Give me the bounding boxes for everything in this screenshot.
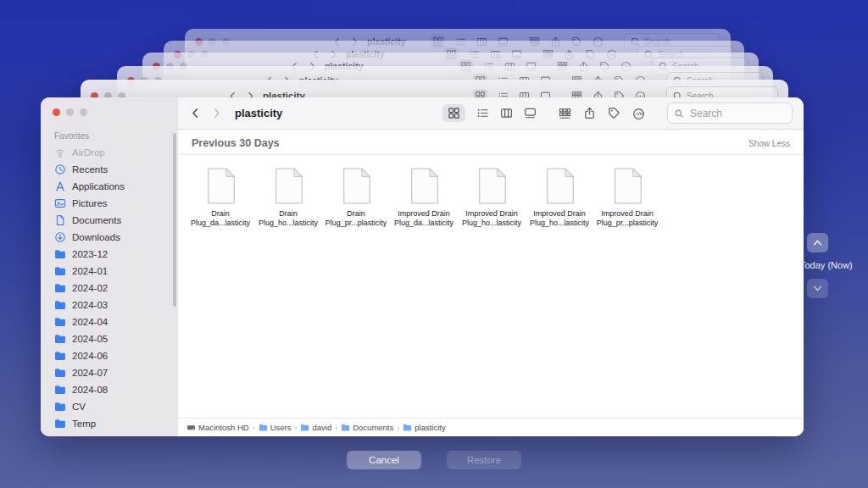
sidebar-item-2024-07[interactable]: 2024-07 xyxy=(51,364,178,381)
file-item[interactable]: DrainPlug_da...lasticity xyxy=(186,167,254,228)
file-icon xyxy=(612,167,643,205)
folder-icon xyxy=(54,265,66,277)
file-item[interactable]: DrainPlug_pr...plasticity xyxy=(322,167,390,228)
sidebar-section-favorites: Favorites xyxy=(54,131,178,141)
sidebar-item-recents[interactable]: Recents xyxy=(51,161,178,178)
path-item-david[interactable]: david xyxy=(300,423,331,432)
path-item-users[interactable]: Users xyxy=(259,423,292,432)
applications-icon xyxy=(54,180,66,192)
folder-icon xyxy=(54,282,66,294)
file-item[interactable]: Improved DrainPlug_ho...lasticity xyxy=(458,167,526,228)
path-separator: › xyxy=(294,424,297,432)
path-separator: › xyxy=(397,424,399,432)
downloads-icon xyxy=(54,231,66,243)
window-title: plasticity xyxy=(235,107,282,119)
list-view-button[interactable] xyxy=(476,107,489,119)
path-separator: › xyxy=(335,424,337,432)
disk-icon xyxy=(186,423,196,432)
sidebar-item-documents[interactable]: Documents xyxy=(51,212,178,229)
grid-view-button[interactable] xyxy=(442,104,465,122)
chevron-up-icon xyxy=(812,237,823,248)
file-item[interactable]: Improved DrainPlug_ho...lasticity xyxy=(526,167,593,228)
path-item-macintosh-hd[interactable]: Macintosh HD xyxy=(186,423,249,432)
toolbar: plasticity xyxy=(178,97,804,130)
search-field[interactable] xyxy=(667,103,793,124)
sidebar-item-2024-02[interactable]: 2024-02 xyxy=(51,280,178,297)
folder-icon xyxy=(403,423,412,432)
timeline-navigation: Today (Now) xyxy=(800,233,861,298)
sidebar-item-2024-01[interactable]: 2024-01 xyxy=(51,263,178,280)
file-browser-content: Previous 30 Days Show Less DrainPlug_da.… xyxy=(178,130,804,418)
share-button[interactable] xyxy=(583,107,596,119)
sidebar-scrollbar[interactable] xyxy=(173,133,176,307)
show-less-button[interactable]: Show Less xyxy=(748,139,790,148)
search-icon xyxy=(674,108,684,119)
folder-icon xyxy=(341,423,350,432)
tag-button[interactable] xyxy=(608,107,620,119)
zoom-button[interactable] xyxy=(80,108,87,116)
folder-icon xyxy=(300,423,309,432)
file-icon xyxy=(341,167,372,205)
file-item[interactable]: Improved DrainPlug_da...lasticity xyxy=(390,167,458,228)
pictures-icon xyxy=(54,197,66,209)
sidebar-item-temp[interactable]: Temp xyxy=(51,415,178,432)
folder-icon xyxy=(54,350,66,362)
timeline-down-button[interactable] xyxy=(807,279,828,298)
cancel-button[interactable]: Cancel xyxy=(347,451,421,469)
group-button[interactable] xyxy=(559,106,571,121)
clock-icon xyxy=(54,164,66,175)
minimize-button[interactable] xyxy=(66,108,74,116)
sidebar-item-downloads[interactable]: Downloads xyxy=(51,229,178,246)
folder-icon xyxy=(54,299,66,311)
folder-icon xyxy=(54,401,66,413)
file-icon xyxy=(205,167,236,205)
finder-window: Favorites AirDrop Recents Applications P… xyxy=(41,97,804,436)
path-separator: › xyxy=(253,424,255,432)
chevron-down-icon xyxy=(638,110,645,117)
sidebar-item-cv[interactable]: CV xyxy=(51,398,178,415)
back-button[interactable] xyxy=(189,107,202,119)
sidebar-item-krakowa[interactable]: Krakowa xyxy=(51,432,178,436)
file-item[interactable]: DrainPlug_ho...lasticity xyxy=(254,167,322,228)
column-view-button[interactable] xyxy=(500,107,513,119)
folder-icon xyxy=(54,248,66,260)
sidebar: Favorites AirDrop Recents Applications P… xyxy=(41,97,179,436)
more-button[interactable] xyxy=(632,106,645,121)
file-icon xyxy=(273,167,304,205)
folder-icon xyxy=(54,316,66,328)
close-button[interactable] xyxy=(53,108,60,116)
window-controls[interactable] xyxy=(53,108,87,116)
file-icon xyxy=(409,167,440,205)
timeline-up-button[interactable] xyxy=(807,233,828,252)
document-icon xyxy=(54,214,66,226)
sidebar-item-2024-08[interactable]: 2024-08 xyxy=(51,381,178,398)
sidebar-item-2024-05[interactable]: 2024-05 xyxy=(51,330,178,347)
file-icon xyxy=(476,167,508,205)
file-item[interactable]: Improved DrainPlug_pr...plasticity xyxy=(593,167,661,228)
chevron-down-icon xyxy=(812,283,823,294)
sidebar-item-2023-12[interactable]: 2023-12 xyxy=(51,246,178,263)
action-bar: Cancel Restore xyxy=(0,451,868,469)
airdrop-icon xyxy=(54,147,66,158)
gallery-view-button[interactable] xyxy=(524,107,537,119)
folder-icon xyxy=(54,333,66,345)
restore-button[interactable]: Restore xyxy=(447,451,521,469)
path-item-plasticity[interactable]: plasticity xyxy=(403,423,445,432)
folder-icon xyxy=(54,418,66,430)
sidebar-item-applications[interactable]: Applications xyxy=(51,178,178,195)
timeline-current-label: Today (Now) xyxy=(800,260,853,270)
path-item-documents[interactable]: Documents xyxy=(341,423,393,432)
section-title: Previous 30 Days xyxy=(192,137,280,149)
sidebar-item-2024-03[interactable]: 2024-03 xyxy=(51,297,178,313)
time-machine-screen: plasticity Search plasticity Search plas… xyxy=(0,0,868,488)
sidebar-item-airdrop[interactable]: AirDrop xyxy=(51,144,178,161)
path-bar: Macintosh HD › Users › david › Documents… xyxy=(178,418,804,436)
folder-icon xyxy=(54,384,66,396)
search-input[interactable] xyxy=(688,107,768,120)
sidebar-item-pictures[interactable]: Pictures xyxy=(51,195,178,212)
sidebar-item-2024-04[interactable]: 2024-04 xyxy=(51,313,178,330)
folder-icon xyxy=(54,435,66,436)
chevron-down-icon xyxy=(565,110,571,117)
forward-button[interactable] xyxy=(210,107,223,119)
sidebar-item-2024-06[interactable]: 2024-06 xyxy=(51,347,178,364)
